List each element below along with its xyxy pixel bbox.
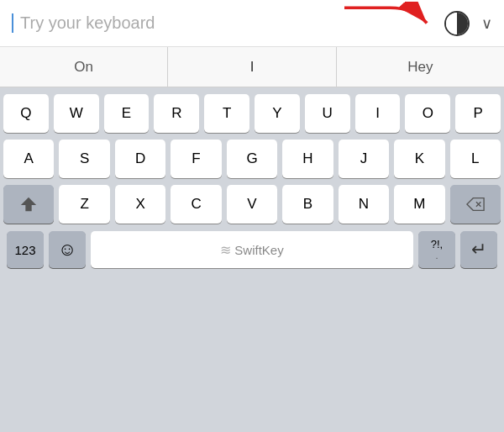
suggestion-left[interactable]: On [0, 47, 168, 87]
key-a[interactable]: A [3, 140, 54, 178]
suggestion-middle[interactable]: I [168, 47, 336, 87]
key-c[interactable]: C [171, 185, 221, 224]
key-e[interactable]: E [104, 94, 150, 133]
space-key[interactable]: ≋ SwiftKey [91, 231, 413, 268]
theme-icon-light-half [446, 13, 457, 34]
keyboard: Q W E R T Y U I O P A S D F G H J K L Z … [0, 87, 504, 432]
key-h[interactable]: H [282, 140, 333, 178]
keyboard-bottom-row: 123 ☺ ≋ SwiftKey ?!, . ↵ [3, 230, 501, 274]
theme-toggle-icon[interactable] [444, 11, 470, 36]
key-n[interactable]: N [339, 185, 389, 224]
backspace-key[interactable] [450, 185, 501, 224]
key-u[interactable]: U [305, 94, 350, 133]
key-j[interactable]: J [339, 140, 389, 178]
search-placeholder: Try your keyboard [20, 13, 155, 33]
emoji-key[interactable]: ☺ [49, 231, 86, 268]
key-g[interactable]: G [227, 140, 277, 178]
key-w[interactable]: W [54, 94, 99, 133]
key-p[interactable]: P [455, 94, 501, 133]
chevron-down-icon[interactable]: ∨ [481, 14, 492, 33]
key-v[interactable]: V [227, 185, 277, 224]
theme-icon-dark-half [457, 13, 468, 34]
keyboard-row-1: Q W E R T Y U I O P [3, 94, 501, 133]
top-bar: Try your keyboard ∨ [0, 0, 504, 47]
key-b[interactable]: B [282, 185, 333, 224]
keyboard-row-3: Z X C V B N M [3, 185, 501, 224]
swiftkey-logo: ≋ SwiftKey [220, 242, 283, 258]
numbers-key[interactable]: 123 [7, 231, 44, 268]
key-m[interactable]: M [394, 185, 444, 224]
key-o[interactable]: O [405, 94, 450, 133]
key-k[interactable]: K [394, 140, 444, 178]
suggestions-row: On I Hey [0, 47, 504, 87]
key-d[interactable]: D [115, 140, 165, 178]
key-q[interactable]: Q [3, 94, 49, 133]
shift-key[interactable] [3, 185, 54, 224]
punctuation-key[interactable]: ?!, . [418, 231, 455, 268]
key-t[interactable]: T [204, 94, 249, 133]
key-z[interactable]: Z [59, 185, 109, 224]
return-key[interactable]: ↵ [460, 231, 497, 268]
key-r[interactable]: R [154, 94, 199, 133]
key-l[interactable]: L [450, 140, 501, 178]
search-input-area[interactable]: Try your keyboard [12, 13, 434, 33]
key-i[interactable]: I [355, 94, 401, 133]
top-bar-icons: ∨ [444, 11, 492, 36]
key-y[interactable]: Y [255, 94, 300, 133]
key-s[interactable]: S [59, 140, 109, 178]
suggestion-right[interactable]: Hey [337, 47, 504, 87]
key-f[interactable]: F [171, 140, 221, 178]
key-x[interactable]: X [115, 185, 165, 224]
keyboard-row-2: A S D F G H J K L [3, 140, 501, 178]
